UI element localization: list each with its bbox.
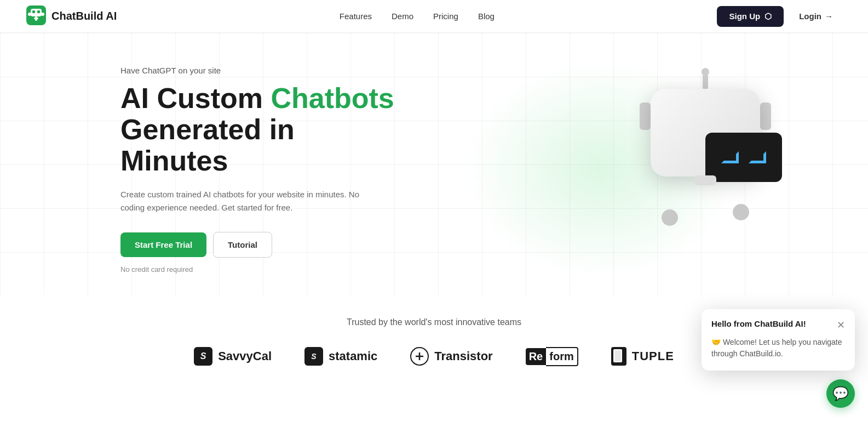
transistor-logo: Transistor [410, 347, 492, 366]
tuple-logo: TUPLE [611, 347, 674, 366]
reform-logo: Re form [526, 347, 578, 366]
logo-text: ChatBuild AI [51, 10, 117, 22]
nav-blog[interactable]: Blog [478, 12, 495, 21]
nav-features[interactable]: Features [340, 12, 372, 21]
hero-subtitle: Have ChatGPT on your site [120, 66, 405, 75]
login-button[interactable]: Login → [790, 6, 842, 26]
transistor-label: Transistor [434, 349, 492, 363]
transistor-icon [410, 347, 429, 366]
savvycal-icon: S [194, 347, 212, 366]
chat-popup-title: Hello from ChatBuild AI! [711, 319, 806, 328]
hero-buttons: Start Free Trial Tutorial [120, 232, 405, 258]
robot-eye-right [749, 151, 766, 163]
hero-title-green: Chatbots [271, 82, 394, 114]
robot-neck [694, 175, 716, 185]
hero-note: No credit card required [120, 265, 405, 274]
chat-popup-header: Hello from ChatBuild AI! ✕ [711, 319, 845, 331]
login-arrow-icon: → [825, 12, 833, 21]
navbar: ChatBuild AI Features Demo Pricing Blog … [0, 0, 868, 33]
svg-rect-6 [35, 16, 37, 21]
robot-eye-left [721, 151, 739, 163]
robot-screen [705, 133, 782, 182]
robot-dot-right [733, 204, 749, 220]
nav-actions: Sign Up ⬡ Login → [717, 6, 842, 27]
robot-illustration [612, 61, 798, 248]
savvycal-logo: S SavvyCal [194, 347, 272, 366]
robot-ear-left [640, 103, 651, 130]
chat-bubble-button[interactable]: 💬 [826, 379, 855, 394]
chat-icon: 💬 [832, 386, 849, 394]
nav-links: Features Demo Pricing Blog [340, 12, 495, 21]
svg-rect-12 [614, 350, 621, 361]
robot-ear-right [760, 103, 771, 130]
hero-description: Create custom trained AI chatbots for yo… [120, 188, 361, 214]
statamic-icon: S [304, 347, 323, 366]
signup-button[interactable]: Sign Up ⬡ [717, 6, 784, 27]
robot-antenna [703, 73, 708, 90]
svg-rect-2 [32, 10, 35, 13]
chat-popup-message: 🤝 Welcome! Let us help you navigate thro… [711, 337, 845, 360]
hero-title: AI Custom Chatbots Generated in Minutes [120, 83, 405, 177]
external-link-icon: ⬡ [764, 12, 772, 21]
tuple-icon [611, 347, 626, 366]
logo-link[interactable]: ChatBuild AI [26, 5, 117, 27]
start-free-trial-button[interactable]: Start Free Trial [120, 232, 206, 257]
hero-content: Have ChatGPT on your site AI Custom Chat… [120, 66, 405, 274]
svg-rect-3 [37, 10, 40, 13]
tutorial-button[interactable]: Tutorial [213, 232, 272, 258]
robot-head [651, 89, 760, 177]
chat-close-button[interactable]: ✕ [837, 319, 845, 331]
robot-dot-left [662, 209, 678, 226]
statamic-logo: S statamic [304, 347, 377, 366]
nav-pricing[interactable]: Pricing [433, 12, 458, 21]
svg-point-8 [41, 13, 44, 16]
chat-popup: Hello from ChatBuild AI! ✕ 🤝 Welcome! Le… [702, 309, 855, 371]
logo-icon [26, 5, 46, 27]
chat-widget: Hello from ChatBuild AI! ✕ 🤝 Welcome! Le… [826, 379, 855, 394]
svg-point-7 [28, 13, 31, 16]
nav-demo[interactable]: Demo [392, 12, 413, 21]
